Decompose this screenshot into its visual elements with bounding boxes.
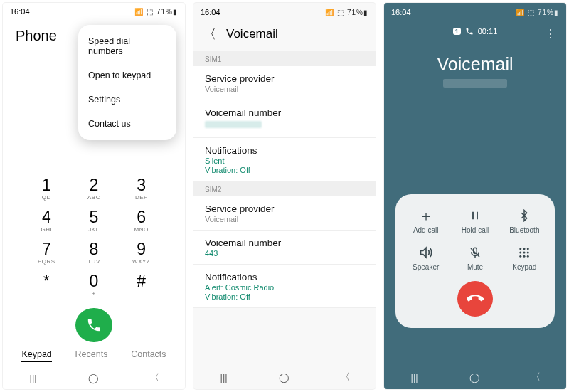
overflow-menu: Speed dial numbers Open to keypad Settin… <box>78 25 176 140</box>
key-3[interactable]: 3DEF <box>117 177 165 201</box>
row-line: Vibration: Off <box>205 166 364 174</box>
svg-point-7 <box>523 248 526 250</box>
svg-point-6 <box>520 248 522 250</box>
control-hold-call[interactable]: Hold call <box>450 207 499 234</box>
nav-home-icon[interactable]: ◯ <box>270 372 299 383</box>
control-label: Keypad <box>500 263 549 271</box>
svg-point-13 <box>523 255 526 258</box>
overflow-icon[interactable]: ⋮ <box>545 27 556 41</box>
nav-bar: ||| ◯ 〈 <box>3 366 185 389</box>
row-line: Alert: Cosmic Radio <box>205 283 364 292</box>
svg-point-10 <box>523 252 526 254</box>
row-voicemail-number-1[interactable]: Voicemail number <box>193 100 376 138</box>
tab-keypad[interactable]: Keypad <box>21 349 51 362</box>
phone-icon <box>465 27 474 36</box>
row-subtitle: Voicemail <box>205 215 364 223</box>
nav-bar: ||| ◯ 〈 <box>193 365 376 389</box>
row-value: 443 <box>205 249 364 258</box>
nav-home-icon[interactable]: ◯ <box>461 372 489 383</box>
row-service-provider-1[interactable]: Service provider Voicemail <box>193 66 376 100</box>
status-icons: 📶 ⬚ 71%▮ <box>516 9 559 16</box>
plus-icon: ＋ <box>401 207 450 224</box>
status-bar: 16:04 📶 ⬚ 71%▮ <box>193 3 376 18</box>
status-bar: 16:04 📶 ⬚ 71%▮ <box>3 3 185 18</box>
nav-bar: ||| ◯ 〈 <box>384 365 566 389</box>
row-title: Service provider <box>205 203 364 214</box>
in-call-screen: 16:04 📶 ⬚ 71%▮ 1 00:11 ⋮ Voicemail ＋ Add… <box>384 3 566 389</box>
app-title: Phone <box>16 25 57 44</box>
key-8[interactable]: 8TUV <box>70 241 118 265</box>
control-label: Hold call <box>450 226 499 234</box>
svg-point-12 <box>520 255 522 258</box>
key-0[interactable]: 0+ <box>70 273 118 297</box>
control-mute[interactable]: Mute <box>450 244 499 271</box>
menu-item-contact-us[interactable]: Contact us <box>78 112 176 136</box>
status-time: 16:04 <box>391 8 411 16</box>
key-4[interactable]: 4GHI <box>23 209 70 233</box>
call-timer: 00:11 <box>478 27 498 36</box>
bottom-tabs: Keypad Recents Contacts <box>3 345 185 366</box>
key-star[interactable]: * <box>23 273 70 297</box>
row-subtitle: Voicemail <box>205 85 364 93</box>
status-time: 16:04 <box>10 7 30 16</box>
control-add-call[interactable]: ＋ Add call <box>401 207 450 234</box>
section-sim1: SIM1 <box>193 51 376 66</box>
control-label: Add call <box>401 226 450 234</box>
call-title: Voicemail <box>384 54 566 75</box>
key-5[interactable]: 5JKL <box>70 209 118 233</box>
key-9[interactable]: 9WXYZ <box>117 241 165 265</box>
row-notifications-1[interactable]: Notifications Silent Vibration: Off <box>193 138 376 181</box>
row-voicemail-number-2[interactable]: Voicemail number 443 <box>193 231 376 265</box>
nav-recents-icon[interactable]: ||| <box>19 373 48 383</box>
screen-header: 〈 Voicemail <box>193 18 376 51</box>
screen-title: Voicemail <box>226 27 278 41</box>
status-time: 16:04 <box>201 8 220 16</box>
speaker-icon <box>401 244 450 261</box>
dial-button[interactable] <box>75 308 112 343</box>
nav-back-icon[interactable]: 〈 <box>140 371 169 384</box>
row-line: Silent <box>205 157 364 165</box>
tab-contacts[interactable]: Contacts <box>131 349 166 362</box>
control-label: Speaker <box>401 263 450 271</box>
key-1[interactable]: 1QD <box>23 177 70 201</box>
nav-back-icon[interactable]: 〈 <box>521 371 550 383</box>
redacted-number <box>205 121 262 128</box>
nav-home-icon[interactable]: ◯ <box>80 373 108 383</box>
key-7[interactable]: 7PQRS <box>23 241 70 265</box>
phone-app-dialer: 16:04 📶 ⬚ 71%▮ Phone Speed dial numbers … <box>3 3 185 389</box>
nav-recents-icon[interactable]: ||| <box>210 372 238 383</box>
end-call-button[interactable] <box>457 281 493 317</box>
key-2[interactable]: 2ABC <box>70 177 118 201</box>
menu-item-open-keypad[interactable]: Open to keypad <box>78 63 176 88</box>
row-notifications-2[interactable]: Notifications Alert: Cosmic Radio Vibrat… <box>193 265 376 308</box>
call-status: 1 00:11 ⋮ <box>384 18 566 37</box>
svg-point-14 <box>527 255 529 258</box>
control-bluetooth[interactable]: Bluetooth <box>500 207 549 234</box>
dial-keypad: 1QD 2ABC 3DEF 4GHI 5JKL 6MNO 7PQRS 8TUV … <box>3 177 185 297</box>
svg-point-8 <box>527 248 529 250</box>
row-service-provider-2[interactable]: Service provider Voicemail <box>193 196 376 231</box>
key-hash[interactable]: # <box>117 273 165 297</box>
tab-recents[interactable]: Recents <box>75 349 108 362</box>
hangup-icon <box>467 290 484 307</box>
back-icon[interactable]: 〈 <box>203 26 216 43</box>
mute-icon <box>450 244 499 261</box>
nav-recents-icon[interactable]: ||| <box>400 372 429 383</box>
pause-icon <box>450 207 499 224</box>
redacted-number <box>443 79 507 88</box>
keypad-icon <box>500 244 549 261</box>
control-speaker[interactable]: Speaker <box>401 244 450 271</box>
menu-item-speed-dial[interactable]: Speed dial numbers <box>78 29 176 63</box>
svg-marker-2 <box>420 248 426 257</box>
key-6[interactable]: 6MNO <box>117 209 165 233</box>
call-controls: ＋ Add call Hold call Bluetooth Speaker M… <box>395 194 555 328</box>
sim-badge: 1 <box>453 28 461 35</box>
row-title: Service provider <box>205 73 364 84</box>
menu-item-settings[interactable]: Settings <box>78 88 176 112</box>
nav-back-icon[interactable]: 〈 <box>331 371 359 383</box>
row-title: Voicemail number <box>205 238 364 248</box>
row-line: Vibration: Off <box>205 292 364 301</box>
control-keypad[interactable]: Keypad <box>500 244 549 271</box>
row-title: Notifications <box>205 272 364 282</box>
svg-point-11 <box>527 252 529 254</box>
